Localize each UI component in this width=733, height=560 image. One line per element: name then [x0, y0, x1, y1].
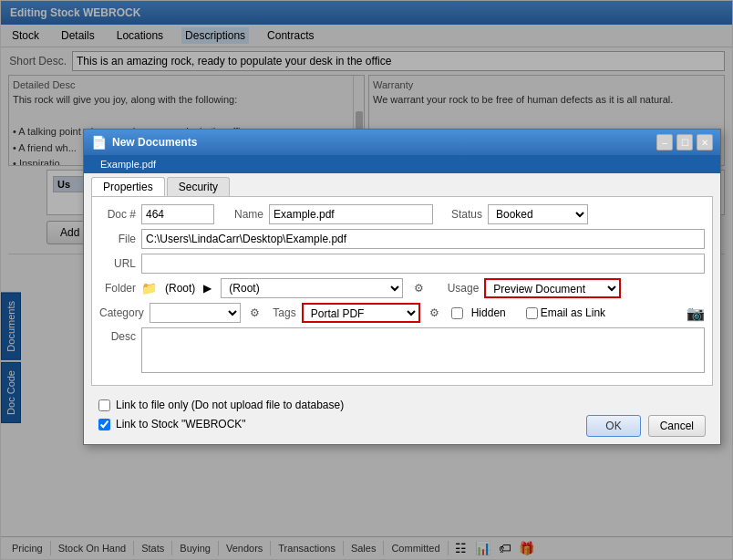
modal-title-area: 📄 New Documents: [91, 135, 197, 150]
modal-close-button[interactable]: ✕: [697, 134, 713, 150]
category-select[interactable]: [150, 303, 241, 323]
file-input[interactable]: [141, 229, 705, 249]
modal-footer: Link to file only (Do not upload file to…: [84, 393, 720, 444]
new-documents-modal: 📄 New Documents – ☐ ✕ Example.pdf Proper…: [83, 129, 721, 445]
status-label: Status: [446, 208, 482, 221]
email-as-link-checkbox[interactable]: [526, 307, 538, 319]
modal-content-area: Doc # Name Status Booked Active Inactive…: [91, 196, 713, 386]
tags-select[interactable]: Portal PDF: [302, 303, 420, 323]
link-stock-checkbox[interactable]: [98, 419, 110, 430]
link-file-checkbox[interactable]: [98, 399, 110, 411]
doc-num-row: Doc # Name Status Booked Active Inactive: [99, 204, 705, 224]
email-as-link-row: Email as Link: [526, 306, 605, 319]
category-tags-row: Category ⚙ Tags Portal PDF ⚙ Hidden Emai…: [99, 303, 705, 323]
email-as-link-label: Email as Link: [541, 306, 605, 319]
folder-select[interactable]: (Root): [221, 278, 403, 298]
hidden-label: Hidden: [471, 306, 506, 319]
file-label: File: [99, 233, 136, 245]
link-file-label: Link to file only (Do not upload file to…: [116, 399, 344, 411]
modal-inner-tabs: Properties Security: [84, 173, 720, 196]
usage-select[interactable]: Preview Document Standard Invoice: [484, 278, 621, 298]
modal-file-label: Example.pdf: [91, 155, 165, 173]
folder-icon: 📁: [141, 281, 157, 296]
modal-ok-cancel-buttons: OK Cancel: [586, 415, 706, 437]
folder-arrow: ▶: [203, 282, 212, 295]
link-file-row: Link to file only (Do not upload file to…: [98, 399, 706, 411]
url-label: URL: [99, 257, 136, 270]
file-row: File: [99, 229, 705, 249]
modal-footer-bottom: Link to Stock "WEBROCK" OK Cancel: [98, 415, 706, 437]
main-window: Editing Stock WEBROCK Stock Details Loca…: [0, 0, 733, 560]
modal-tab-security[interactable]: Security: [167, 177, 230, 196]
camera-icon[interactable]: 📷: [687, 305, 705, 322]
url-row: URL: [99, 254, 705, 274]
modal-ok-button[interactable]: OK: [586, 415, 640, 437]
modal-title-bar: 📄 New Documents – ☐ ✕: [84, 130, 720, 155]
folder-usage-row: Folder 📁 (Root) ▶ (Root) ⚙ Usage Preview…: [99, 278, 705, 298]
name-input[interactable]: [269, 204, 433, 224]
category-tool-icon[interactable]: ⚙: [250, 306, 260, 319]
link-stock-label: Link to Stock "WEBROCK": [116, 418, 246, 430]
desc-textarea[interactable]: [141, 327, 705, 373]
url-input[interactable]: [141, 254, 705, 274]
link-stock-row: Link to Stock "WEBROCK": [98, 418, 246, 430]
status-select[interactable]: Booked Active Inactive: [488, 204, 588, 224]
doc-num-input[interactable]: [141, 204, 214, 224]
tags-tool-icon[interactable]: ⚙: [429, 306, 439, 319]
modal-controls: – ☐ ✕: [656, 134, 713, 150]
hidden-checkbox[interactable]: [451, 307, 463, 319]
modal-cancel-button[interactable]: Cancel: [648, 415, 706, 437]
modal-maximize-button[interactable]: ☐: [676, 134, 693, 150]
category-label: Category: [99, 306, 144, 319]
tags-label: Tags: [269, 306, 296, 319]
desc-label: Desc: [99, 327, 136, 343]
modal-doc-icon: 📄: [91, 135, 107, 150]
modal-tab-properties[interactable]: Properties: [91, 177, 165, 196]
doc-num-label: Doc #: [99, 208, 136, 221]
modal-title: New Documents: [112, 136, 197, 149]
modal-minimize-button[interactable]: –: [656, 134, 673, 150]
usage-label: Usage: [442, 282, 479, 295]
desc-row: Desc: [99, 327, 705, 373]
folder-root-text: (Root): [165, 282, 195, 295]
folder-tool-icon[interactable]: ⚙: [414, 282, 424, 295]
modal-file-bar: Example.pdf: [84, 155, 720, 173]
name-label: Name: [227, 208, 263, 221]
folder-label: Folder: [99, 282, 136, 295]
